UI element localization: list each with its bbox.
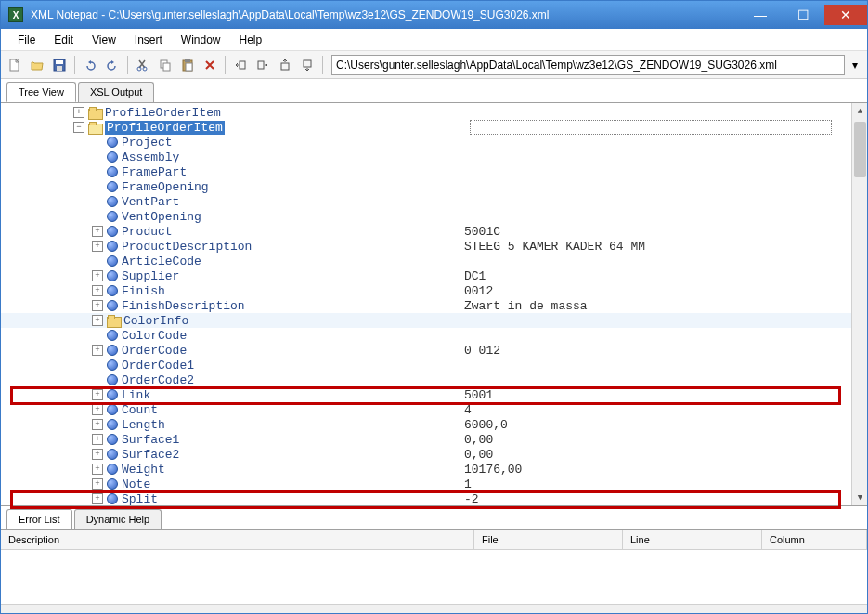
tree-row-note[interactable]: +Note: [1, 477, 460, 491]
tree-row-split[interactable]: +Split: [1, 491, 460, 505]
open-file-icon[interactable]: [27, 55, 47, 75]
col-file[interactable]: File: [474, 530, 623, 549]
tree-row-length[interactable]: +Length: [1, 417, 460, 432]
value-product[interactable]: 5001C: [460, 224, 867, 239]
tree-row-count[interactable]: +Count: [1, 402, 460, 417]
value-surface1[interactable]: 0,00: [460, 432, 867, 447]
maximize-button[interactable]: ☐: [782, 5, 824, 25]
nudge-right-icon[interactable]: [253, 55, 273, 75]
value-row[interactable]: [460, 194, 867, 209]
value-count[interactable]: 4: [460, 402, 867, 417]
tree-row-colorinfo[interactable]: +ColorInfo: [1, 313, 460, 328]
nudge-down-icon[interactable]: [297, 55, 317, 75]
value-length[interactable]: 6000,0: [460, 417, 867, 432]
tree-row-frameopening[interactable]: FrameOpening: [1, 179, 460, 194]
tab-dynamic-help[interactable]: Dynamic Help: [74, 509, 162, 529]
tree-row-link[interactable]: +Link: [1, 387, 460, 402]
value-ordercode[interactable]: 0 012: [460, 343, 867, 358]
expander-icon[interactable]: +: [92, 345, 103, 356]
menu-window[interactable]: Window: [172, 31, 230, 49]
tree-row-product[interactable]: +Product: [1, 224, 460, 239]
tree-row-ventopening[interactable]: VentOpening: [1, 209, 460, 224]
expander-icon[interactable]: +: [92, 434, 103, 445]
tree-row-supplier[interactable]: +Supplier: [1, 268, 460, 283]
expander-icon[interactable]: +: [92, 270, 103, 281]
tree-row-ordercode2[interactable]: OrderCode2: [1, 372, 460, 387]
expander-icon[interactable]: +: [92, 404, 103, 415]
menu-insert[interactable]: Insert: [125, 31, 172, 49]
minimize-button[interactable]: —: [739, 5, 782, 25]
tab-xsl-output[interactable]: XSL Output: [78, 82, 154, 102]
tree-row-assembly[interactable]: Assembly: [1, 150, 460, 164]
tab-error-list[interactable]: Error List: [6, 509, 72, 529]
value-row[interactable]: [460, 372, 867, 387]
undo-icon[interactable]: [80, 55, 100, 75]
expander-icon[interactable]: +: [92, 449, 103, 460]
value-row[interactable]: [460, 150, 867, 164]
value-row[interactable]: [460, 254, 867, 268]
value-row[interactable]: [460, 120, 867, 135]
expander-icon[interactable]: +: [73, 107, 84, 118]
tree-row-finish[interactable]: +Finish: [1, 283, 460, 298]
tree-row-project[interactable]: Project: [1, 135, 460, 150]
expander-icon[interactable]: +: [92, 285, 103, 296]
value-row[interactable]: [460, 313, 867, 328]
value-panel[interactable]: ▲ ▼ 5001C STEEG 5 KAMER KADER 64 MM DC1 …: [460, 103, 867, 505]
expander-icon[interactable]: +: [92, 419, 103, 430]
value-weight[interactable]: 10176,00: [460, 462, 867, 477]
expander-icon[interactable]: +: [92, 226, 103, 237]
tree-row-weight[interactable]: +Weight: [1, 462, 460, 477]
tab-tree-view[interactable]: Tree View: [6, 82, 76, 102]
value-note[interactable]: 1: [460, 477, 867, 491]
value-finishdescription[interactable]: Zwart in de massa: [460, 298, 867, 313]
expander-icon[interactable]: +: [92, 300, 103, 311]
tree-row-articlecode[interactable]: ArticleCode: [1, 254, 460, 268]
tree-row-ventpart[interactable]: VentPart: [1, 194, 460, 209]
tree-row-profileorderitem-1[interactable]: +ProfileOrderItem: [1, 105, 460, 120]
vertical-scrollbar[interactable]: ▲ ▼: [851, 103, 867, 505]
redo-icon[interactable]: [102, 55, 123, 75]
col-column[interactable]: Column: [762, 530, 867, 549]
save-icon[interactable]: [49, 55, 70, 75]
value-row[interactable]: [460, 105, 867, 120]
tree-row-framepart[interactable]: FramePart: [1, 164, 460, 179]
delete-icon[interactable]: [200, 55, 220, 75]
value-row[interactable]: [460, 209, 867, 224]
value-productdescription[interactable]: STEEG 5 KAMER KADER 64 MM: [460, 239, 867, 254]
value-row[interactable]: [460, 164, 867, 179]
value-finish[interactable]: 0012: [460, 283, 867, 298]
tree-row-ordercode1[interactable]: OrderCode1: [1, 358, 460, 372]
scroll-up-icon[interactable]: ▲: [852, 103, 867, 119]
tree-row-productdescription[interactable]: +ProductDescription: [1, 239, 460, 254]
tree-row-surface1[interactable]: +Surface1: [1, 432, 460, 447]
tree-panel[interactable]: +ProfileOrderItem −ProfileOrderItem Proj…: [1, 103, 460, 505]
expander-icon[interactable]: −: [73, 122, 84, 133]
path-input[interactable]: [331, 55, 845, 75]
value-supplier[interactable]: DC1: [460, 268, 867, 283]
menu-view[interactable]: View: [83, 31, 125, 49]
expander-icon[interactable]: +: [92, 389, 103, 400]
col-description[interactable]: Description: [1, 530, 474, 549]
expander-icon[interactable]: +: [92, 315, 103, 326]
value-edit-box[interactable]: [470, 120, 832, 135]
tree-row-colorcode[interactable]: ColorCode: [1, 328, 460, 343]
paste-icon[interactable]: [177, 55, 198, 75]
dropdown-icon[interactable]: ▾: [847, 55, 863, 75]
expander-icon[interactable]: +: [92, 478, 103, 490]
value-row[interactable]: [460, 179, 867, 194]
menu-file[interactable]: File: [8, 31, 45, 49]
tree-row-ordercode[interactable]: +OrderCode: [1, 343, 460, 358]
copy-icon[interactable]: [155, 55, 175, 75]
value-row[interactable]: [460, 135, 867, 150]
close-button[interactable]: ✕: [824, 5, 867, 25]
col-line[interactable]: Line: [623, 530, 762, 549]
expander-icon[interactable]: +: [92, 493, 103, 504]
value-link[interactable]: 5001: [460, 387, 867, 402]
menu-help[interactable]: Help: [230, 31, 272, 49]
value-split[interactable]: -2: [460, 491, 867, 505]
expander-icon[interactable]: +: [92, 464, 103, 475]
new-file-icon[interactable]: [5, 55, 25, 75]
scroll-down-icon[interactable]: ▼: [852, 490, 867, 505]
tree-row-surface2[interactable]: +Surface2: [1, 447, 460, 462]
tree-row-profileorderitem-2[interactable]: −ProfileOrderItem: [1, 120, 460, 135]
